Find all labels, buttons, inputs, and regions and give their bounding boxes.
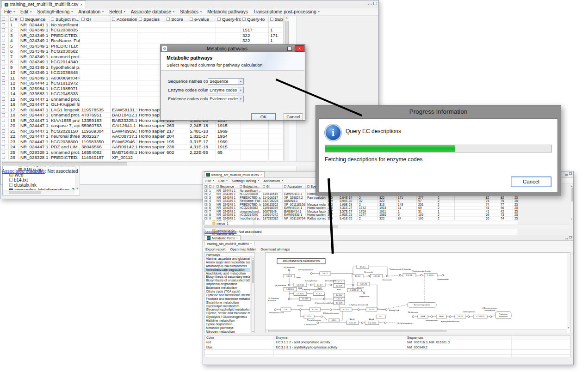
table2-horizontal-scrollbar[interactable] [203, 225, 569, 229]
column-header[interactable]: Accession [283, 184, 306, 189]
checkbox[interactable] [204, 210, 207, 213]
checkbox[interactable] [112, 18, 115, 21]
pathway-item[interactable]: Biosynthesis of unsaturated fatty acids [204, 279, 251, 282]
table-row[interactable]: 1NR_024441 1No significant ... [0, 22, 284, 28]
checkbox[interactable] [2, 156, 5, 159]
tab-training-set-result[interactable]: training_set_multiHit_multiHit × [204, 241, 254, 246]
paths-toolbar-item[interactable]: Open map folder [230, 247, 256, 251]
column-header[interactable]: Subject m... [238, 184, 261, 189]
tab-close-icon[interactable]: × [260, 173, 262, 176]
checkbox[interactable] [270, 18, 273, 21]
checkbox[interactable] [2, 39, 5, 42]
pathway-item[interactable]: Cysteine and methionine metabolism [204, 293, 251, 297]
checkbox[interactable] [263, 185, 265, 188]
table-row[interactable]: 4NR_024349 1RecName: Full...3221 [0, 38, 284, 44]
toolbar-item[interactable]: Statistics▼ [180, 9, 202, 14]
checkbox[interactable] [204, 200, 207, 202]
toolbar-item[interactable]: Associate database▼ [131, 9, 175, 14]
tree-horizontal-scrollbar[interactable] [3, 190, 75, 195]
checkbox[interactable] [204, 214, 207, 216]
dialog-titlebar[interactable]: ⚙ Metabolic pathways × [161, 45, 305, 52]
checkbox[interactable] [204, 203, 207, 206]
column-header[interactable]: Accession [111, 16, 137, 22]
checkbox[interactable] [204, 185, 207, 188]
table-row[interactable]: 21NR_024447 1hCG2028158119569304EAW48919… [0, 128, 284, 134]
checkbox[interactable] [2, 140, 5, 143]
checkbox[interactable] [2, 76, 5, 79]
legend-row[interactable] [204, 350, 570, 355]
checkbox[interactable] [2, 113, 5, 116]
table-row[interactable]: 26NR_028328 1PREDICTED: h...114640187XP_… [0, 155, 284, 161]
tab-training-set-csv-2[interactable]: training_set_multiHit_multiHit.csv × [204, 171, 265, 177]
checkbox[interactable] [204, 189, 207, 192]
checkbox[interactable] [209, 185, 211, 188]
tab-training-set-csv[interactable]: x training_set_multiHit_multiHit.csv × [1, 0, 86, 8]
field-select[interactable]: Sequence▼ [208, 78, 244, 85]
legend-row[interactable]: redEC:3.1.3.2 - acid phosphatase activit… [204, 340, 570, 345]
field-select[interactable]: Evidence codes▼ [208, 96, 244, 102]
maximize-editor-icon[interactable] [373, 2, 377, 5]
table-row[interactable]: 9NR_024349 1hypothetical p...187282382NP… [203, 217, 518, 220]
checkbox[interactable] [2, 129, 5, 133]
table-row[interactable]: 8NR_024349 1hCG2014340119604242EAW93836.… [203, 213, 518, 217]
pathway-item[interactable]: Nitrogen metabolism [204, 330, 251, 333]
pathway-map-viewer[interactable]: AMINOBENZOATE DEGRADATION5.1.2.21.1.99.3… [265, 252, 570, 333]
pathway-item[interactable]: Citrate cycle (TCA cycle) [204, 290, 251, 293]
checkbox[interactable] [2, 151, 5, 154]
pathway-item[interactable]: Glycerolipid metabolism [204, 305, 251, 308]
checkbox[interactable] [217, 18, 221, 21]
associated-database-link[interactable]: Associated database [2, 169, 45, 174]
table-row[interactable]: 3NR_024349 1PREDICTED: si...322171 [0, 33, 284, 38]
toolbar-item[interactable]: Edit▼ [218, 179, 228, 183]
pathway-item[interactable]: Bisphenol degradation [204, 282, 251, 286]
checkbox[interactable] [2, 119, 5, 122]
table-row[interactable]: 7NR_024349 1unnamed prot...90079549BAE89… [203, 210, 518, 213]
pathway-item[interactable]: Arachidonic acid metabolism [204, 272, 251, 275]
table-row[interactable]: 2NR_024349 1hCG203883515171 [0, 28, 284, 33]
detach-icon[interactable] [287, 47, 292, 51]
pathway-item[interactable]: Amino sugar and nucleotide sugar metabol… [204, 261, 251, 264]
checkbox[interactable] [2, 103, 5, 106]
map-vertical-scrollbar[interactable]: ▼ [567, 253, 570, 329]
pathway-item[interactable]: Metabolic pathways [204, 326, 251, 330]
toolbar-item[interactable]: Sorting/Filtering▼ [37, 9, 73, 14]
checkbox[interactable] [2, 124, 5, 127]
minimize-icon[interactable] [565, 238, 568, 239]
table-row[interactable]: 5NR_024349 1PREDICTED: h...109113302XP_0… [203, 203, 518, 207]
checkbox[interactable] [10, 18, 13, 21]
pathway-item[interactable]: Glycerophospholipid metabolism [204, 308, 251, 311]
toolbar-item[interactable]: Edit▼ [20, 9, 32, 14]
table-row[interactable]: 6NR_024349 1hCG2030582119568399EAW48014.… [203, 207, 518, 210]
pathway-item[interactable]: Aminoacyl-tRNA biosynthesis [204, 264, 251, 268]
pathway-item[interactable]: Alanine, aspartate and glutamate metabol… [204, 257, 251, 261]
checkbox[interactable] [2, 28, 5, 31]
checkbox[interactable] [284, 185, 286, 188]
minimize-editor-icon[interactable] [368, 4, 372, 5]
pathways-scrollbar[interactable]: ▲▼ [251, 257, 254, 333]
pathway-item[interactable]: Biosynthesis of secondary metabolites [204, 275, 251, 279]
checkbox[interactable] [2, 44, 5, 48]
tree-item[interactable]: b14.txt [3, 177, 75, 183]
checkbox[interactable] [2, 23, 5, 26]
checkbox[interactable] [167, 18, 170, 21]
table-row[interactable]: 25NR_028328 1unnamed prot...16554082BAB7… [0, 150, 284, 155]
toolbar-item[interactable]: Select▼ [109, 9, 126, 14]
checkbox[interactable] [2, 145, 5, 148]
checkbox[interactable] [2, 108, 5, 111]
pathway-item[interactable]: Histidine metabolism [204, 319, 251, 323]
minimize-editor-icon[interactable] [565, 174, 568, 176]
column-header[interactable]: GI [80, 16, 111, 22]
checkbox[interactable] [2, 49, 5, 53]
checkbox[interactable] [2, 34, 5, 37]
column-header[interactable]: Sequence [215, 184, 238, 189]
table-row[interactable]: 24NR_024447 1PDZ and LIM ...38046566AAR0… [0, 145, 284, 150]
maximize-icon[interactable] [569, 236, 572, 238]
tab-close-icon[interactable]: × [236, 237, 238, 239]
column-header[interactable]: Query-from [216, 16, 241, 22]
column-header[interactable]: # [208, 184, 215, 189]
checkbox[interactable] [204, 193, 207, 195]
map-horizontal-scrollbar[interactable] [266, 329, 567, 333]
table-row[interactable]: 20NR_024447 1caspase 7, apo...55960763CA… [0, 123, 284, 129]
column-header[interactable]: Sequence [19, 16, 50, 22]
checkbox[interactable] [51, 18, 54, 21]
